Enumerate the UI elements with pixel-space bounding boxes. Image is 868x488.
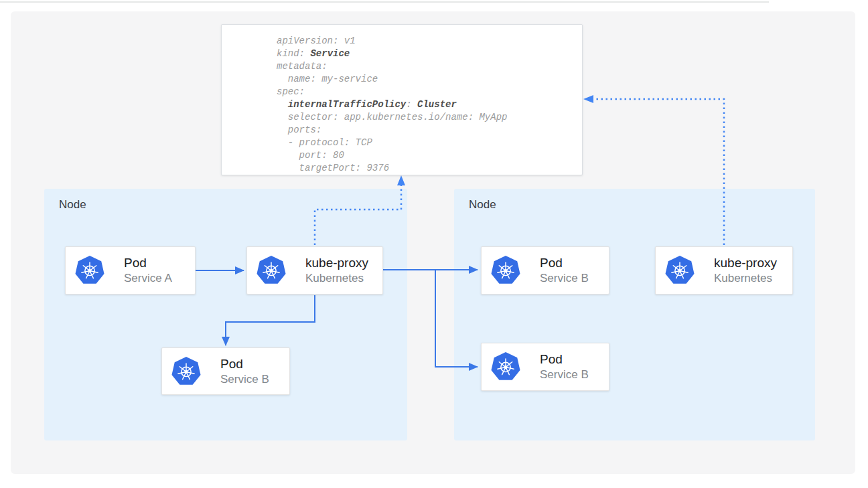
card-title: kube-proxy bbox=[714, 255, 777, 271]
yaml-line: name: my-service bbox=[277, 73, 582, 86]
node-label: Node bbox=[469, 198, 496, 212]
card-subtitle: Kubernetes bbox=[305, 271, 368, 286]
node-box-left: Node bbox=[44, 189, 407, 440]
kubernetes-icon bbox=[74, 255, 105, 286]
service-yaml-card: apiVersion: v1 kind: Service metadata: n… bbox=[221, 24, 583, 175]
yaml-line: - protocol: TCP bbox=[277, 137, 582, 149]
card-title: kube-proxy bbox=[305, 255, 368, 271]
kubernetes-internal-traffic-policy-diagram: Node Node apiVersion: v1 kind: Service m… bbox=[0, 0, 868, 488]
card-subtitle: Service B bbox=[540, 368, 589, 382]
kubernetes-icon bbox=[664, 255, 695, 286]
yaml-line: metadata: bbox=[277, 60, 582, 73]
kubernetes-icon bbox=[256, 255, 287, 286]
card-text: Pod Service B bbox=[540, 351, 589, 382]
kubernetes-icon bbox=[490, 255, 521, 286]
card-pod-service-b-left: Pod Service B bbox=[161, 347, 290, 395]
yaml-line: targetPort: 9376 bbox=[277, 162, 582, 175]
card-title: Pod bbox=[540, 351, 589, 368]
yaml-line-internal-traffic-policy: internalTrafficPolicy: Cluster bbox=[277, 98, 582, 111]
card-pod-service-b-right-top: Pod Service B bbox=[481, 246, 609, 295]
card-text: kube-proxy Kubernetes bbox=[305, 255, 368, 286]
card-title: Pod bbox=[540, 255, 589, 271]
yaml-line: port: 80 bbox=[277, 149, 582, 162]
card-subtitle: Service A bbox=[124, 271, 172, 286]
yaml-line: kind: Service bbox=[277, 48, 582, 60]
card-text: Pod Service B bbox=[540, 255, 589, 286]
card-pod-service-a: Pod Service A bbox=[65, 246, 196, 295]
card-text: Pod Service A bbox=[124, 255, 172, 286]
card-subtitle: Kubernetes bbox=[714, 271, 777, 286]
yaml-line: spec: bbox=[277, 86, 582, 98]
yaml-line: selector: app.kubernetes.io/name: MyApp bbox=[277, 111, 582, 124]
kubernetes-icon bbox=[490, 351, 521, 382]
card-text: kube-proxy Kubernetes bbox=[714, 255, 777, 286]
card-title: Pod bbox=[220, 356, 269, 372]
card-pod-service-b-right-bottom: Pod Service B bbox=[481, 343, 609, 391]
yaml-line: apiVersion: v1 bbox=[277, 35, 582, 48]
node-label: Node bbox=[59, 198, 86, 212]
card-text: Pod Service B bbox=[220, 356, 269, 387]
kubernetes-icon bbox=[171, 356, 202, 387]
node-box-right: Node bbox=[454, 189, 815, 440]
card-subtitle: Service B bbox=[540, 271, 589, 286]
card-subtitle: Service B bbox=[220, 372, 269, 387]
card-kube-proxy-left: kube-proxy Kubernetes bbox=[246, 246, 383, 295]
card-title: Pod bbox=[124, 255, 172, 271]
yaml-line: ports: bbox=[277, 124, 582, 137]
card-kube-proxy-right: kube-proxy Kubernetes bbox=[655, 246, 793, 295]
top-divider-line bbox=[0, 1, 769, 3]
